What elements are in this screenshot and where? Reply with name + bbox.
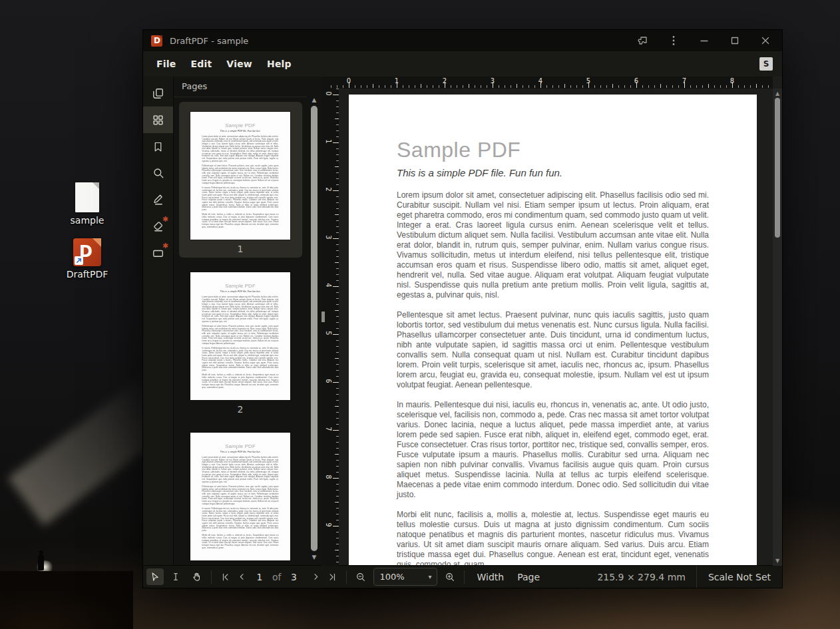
separator: [464, 570, 465, 584]
menubar: File Edit View Help S: [143, 51, 782, 77]
pdf-page: Sample PDF This is a simple PDF file. Fu…: [349, 95, 757, 566]
pdf-paragraph: In mauris. Pellentesque dui nisi, iaculi…: [397, 400, 709, 500]
text-cursor-icon[interactable]: [167, 568, 184, 585]
pdf-title: Sample PDF: [397, 137, 709, 162]
total-pages: 3: [284, 572, 304, 582]
scroll-down-icon[interactable]: ▼: [773, 558, 782, 564]
ruler-position-marker: [321, 312, 325, 322]
menu-view[interactable]: View: [219, 59, 260, 69]
fit-width-button[interactable]: Width: [477, 572, 505, 582]
titlebar[interactable]: D DraftPDF - sample: [143, 30, 782, 51]
document-view: 0 1 2 3 4 5 6 7 8 0 1 2 3 4 5 6 7 8: [321, 77, 782, 566]
modified-star-badge: ✱: [162, 216, 168, 223]
scroll-up-icon[interactable]: ▲: [773, 91, 782, 97]
person-head-silhouette: [39, 550, 43, 554]
menu-help[interactable]: Help: [260, 59, 299, 69]
first-page-button[interactable]: [218, 569, 234, 585]
zoom-level-dropdown[interactable]: 100% ▾: [373, 568, 437, 586]
zoom-out-icon[interactable]: [353, 569, 369, 585]
desktop-icon-sample[interactable]: sample: [59, 182, 115, 226]
draftpdf-app-icon: D: [73, 238, 101, 266]
bookmark-icon[interactable]: [143, 133, 173, 160]
next-page-button[interactable]: [308, 569, 324, 585]
kebab-menu-icon[interactable]: [668, 35, 679, 47]
statusbar: 1 of 3 100% ▾ Width Page 215.9 × 279.4 m…: [143, 565, 782, 588]
zoom-level-value: 100%: [374, 572, 429, 582]
zoom-in-icon[interactable]: [442, 569, 458, 585]
copy-pages-icon[interactable]: [143, 80, 173, 106]
desktop-icon-label: DraftPDF: [59, 269, 115, 280]
scroll-up-icon[interactable]: ▲: [307, 97, 321, 103]
app-icon: D: [151, 35, 162, 47]
rectangle-icon[interactable]: ✱: [143, 240, 173, 266]
menu-edit[interactable]: Edit: [183, 59, 219, 69]
modified-star-badge: ✱: [162, 243, 168, 250]
person-silhouette: [38, 554, 44, 570]
pdf-paragraph: Lorem ipsum dolor sit amet, consectetuer…: [397, 190, 709, 300]
search-icon[interactable]: [143, 160, 173, 186]
desktop-icon-label: sample: [59, 215, 115, 226]
pages-panel-title: Pages: [174, 77, 307, 97]
rock-silhouette: [0, 571, 133, 629]
window-title: DraftPDF - sample: [170, 36, 248, 46]
thumbnail-page-number: 1: [179, 244, 302, 254]
previous-page-button[interactable]: [234, 569, 250, 585]
pdf-subtitle: This is a simple PDF file. Fun fun fun.: [397, 167, 709, 178]
pages-scrollbar[interactable]: ▲ ▼: [307, 77, 321, 566]
account-button[interactable]: S: [759, 57, 773, 71]
scroll-down-icon[interactable]: ▼: [307, 554, 321, 560]
current-page-field[interactable]: 1: [250, 572, 270, 582]
page-dimensions: 215.9 × 279.4 mm: [597, 572, 696, 582]
page-thumbnail-1[interactable]: Sample PDF This is a simple PDF file. Fu…: [179, 102, 302, 258]
fit-page-button[interactable]: Page: [517, 572, 540, 582]
document-file-icon: [75, 182, 99, 212]
eraser-icon[interactable]: ✱: [143, 213, 173, 240]
document-scrollbar[interactable]: ▲ ▼: [773, 89, 782, 566]
document-canvas[interactable]: Sample PDF This is a simple PDF file. Fu…: [339, 89, 773, 566]
shortcut-arrow-icon: [75, 256, 83, 265]
scrollbar-thumb[interactable]: [775, 98, 780, 238]
scale-status-button[interactable]: Scale Not Set: [696, 566, 782, 588]
horizontal-ruler: 0 1 2 3 4 5 6 7 8: [321, 77, 773, 89]
desktop-icon-draftpdf[interactable]: D DraftPDF: [59, 238, 115, 280]
page-thumbnail-2[interactable]: Sample PDF This is a simple PDF file. Fu…: [179, 262, 302, 418]
separator: [211, 570, 212, 584]
draftpdf-window: D DraftPDF - sample File Edit: [143, 30, 782, 588]
thumbnails-grid-icon[interactable]: [143, 106, 173, 133]
hand-pan-icon[interactable]: [188, 568, 205, 585]
close-icon[interactable]: [759, 35, 771, 47]
pages-thumbnail-list: Sample PDF This is a simple PDF file. Fu…: [174, 97, 307, 566]
puzzle-icon[interactable]: [637, 35, 648, 47]
scrollbar-thumb[interactable]: [311, 106, 317, 551]
menu-file[interactable]: File: [149, 59, 183, 69]
pdf-paragraph: Morbi elit nunc, facilisis a, mollis a, …: [397, 510, 709, 566]
chevron-down-icon: ▾: [428, 573, 436, 580]
vertical-ruler: 0 1 2 3 4 5 6 7 8 9: [321, 89, 339, 566]
of-label: of: [272, 572, 282, 582]
separator: [346, 570, 347, 584]
tool-rail: ✱ ✱: [143, 77, 173, 566]
pages-panel: Pages Sample PDF This is a simple PDF fi…: [173, 77, 307, 566]
maximize-icon[interactable]: [729, 35, 740, 47]
thumbnail-page-number: 2: [179, 404, 302, 415]
select-cursor-icon[interactable]: [146, 568, 164, 585]
minimize-icon[interactable]: [698, 35, 710, 47]
page-thumbnail-3[interactable]: Sample PDF This is a simple PDF file. Fu…: [179, 423, 302, 566]
last-page-button[interactable]: [324, 569, 340, 585]
pen-icon[interactable]: [143, 186, 173, 213]
pdf-paragraph: Pellentesque sit amet lectus. Praesent p…: [397, 310, 709, 390]
